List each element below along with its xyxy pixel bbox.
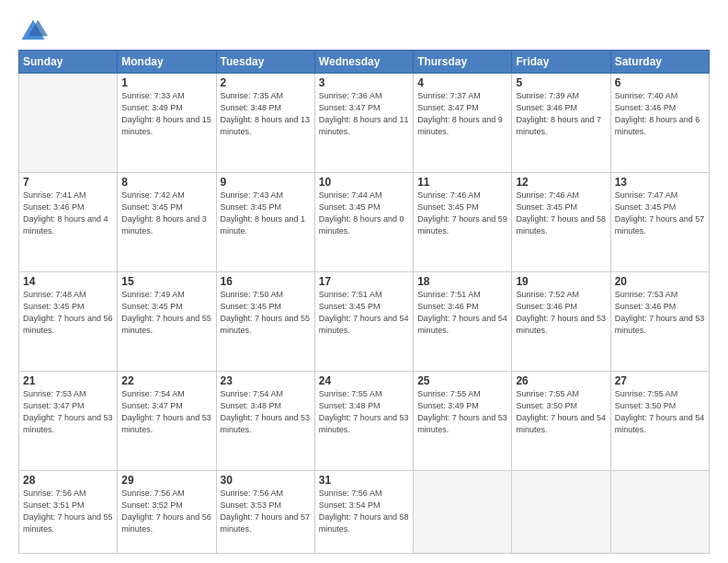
- calendar-cell: 11Sunrise: 7:46 AMSunset: 3:45 PMDayligh…: [414, 173, 512, 272]
- day-number: 20: [615, 275, 705, 288]
- calendar-cell: 5Sunrise: 7:39 AMSunset: 3:46 PMDaylight…: [512, 74, 610, 173]
- day-info: Sunrise: 7:56 AMSunset: 3:52 PMDaylight:…: [121, 488, 211, 535]
- day-info: Sunrise: 7:55 AMSunset: 3:48 PMDaylight:…: [319, 388, 409, 436]
- logo: [18, 17, 51, 46]
- calendar-cell: 10Sunrise: 7:44 AMSunset: 3:45 PMDayligh…: [314, 173, 413, 272]
- calendar-cell: 16Sunrise: 7:50 AMSunset: 3:45 PMDayligh…: [216, 272, 314, 372]
- day-info: Sunrise: 7:50 AMSunset: 3:45 PMDaylight:…: [221, 289, 311, 337]
- weekday-header-row: SundayMondayTuesdayWednesdayThursdayFrid…: [19, 51, 710, 74]
- calendar-cell: 8Sunrise: 7:42 AMSunset: 3:45 PMDaylight…: [118, 173, 216, 272]
- calendar-cell: 7Sunrise: 7:41 AMSunset: 3:46 PMDaylight…: [19, 173, 118, 272]
- calendar-cell: 19Sunrise: 7:52 AMSunset: 3:46 PMDayligh…: [512, 272, 610, 372]
- day-info: Sunrise: 7:47 AMSunset: 3:45 PMDaylight:…: [615, 190, 705, 237]
- calendar-cell: 13Sunrise: 7:47 AMSunset: 3:45 PMDayligh…: [610, 173, 709, 272]
- day-number: 5: [516, 76, 606, 89]
- day-number: 11: [417, 176, 507, 189]
- day-info: Sunrise: 7:53 AMSunset: 3:46 PMDaylight:…: [615, 289, 705, 337]
- week-row-5: 28Sunrise: 7:56 AMSunset: 3:51 PMDayligh…: [19, 471, 710, 554]
- day-number: 31: [319, 474, 409, 487]
- weekday-header-wednesday: Wednesday: [314, 51, 413, 74]
- day-number: 22: [121, 374, 211, 387]
- page: SundayMondayTuesdayWednesdayThursdayFrid…: [0, 0, 728, 563]
- week-row-3: 14Sunrise: 7:48 AMSunset: 3:45 PMDayligh…: [19, 272, 710, 372]
- day-info: Sunrise: 7:41 AMSunset: 3:46 PMDaylight:…: [23, 190, 113, 237]
- calendar-cell: 30Sunrise: 7:56 AMSunset: 3:53 PMDayligh…: [216, 471, 314, 554]
- header: [18, 17, 710, 46]
- day-number: 26: [516, 374, 606, 387]
- calendar-cell: 6Sunrise: 7:40 AMSunset: 3:46 PMDaylight…: [610, 74, 709, 173]
- day-number: 8: [121, 176, 211, 189]
- day-number: 6: [615, 76, 705, 89]
- calendar-cell: 15Sunrise: 7:49 AMSunset: 3:45 PMDayligh…: [118, 272, 216, 372]
- calendar-cell: [610, 471, 709, 554]
- day-info: Sunrise: 7:35 AMSunset: 3:48 PMDaylight:…: [221, 90, 311, 138]
- day-info: Sunrise: 7:37 AMSunset: 3:47 PMDaylight:…: [417, 90, 507, 138]
- day-info: Sunrise: 7:55 AMSunset: 3:50 PMDaylight:…: [615, 388, 705, 436]
- calendar-cell: 27Sunrise: 7:55 AMSunset: 3:50 PMDayligh…: [610, 372, 709, 471]
- day-info: Sunrise: 7:52 AMSunset: 3:46 PMDaylight:…: [516, 289, 606, 337]
- day-number: 29: [121, 474, 211, 487]
- day-number: 9: [221, 176, 311, 189]
- week-row-4: 21Sunrise: 7:53 AMSunset: 3:47 PMDayligh…: [19, 372, 710, 471]
- day-info: Sunrise: 7:56 AMSunset: 3:53 PMDaylight:…: [221, 488, 311, 535]
- day-info: Sunrise: 7:49 AMSunset: 3:45 PMDaylight:…: [121, 289, 211, 337]
- calendar-cell: 28Sunrise: 7:56 AMSunset: 3:51 PMDayligh…: [19, 471, 118, 554]
- day-number: 2: [221, 76, 311, 89]
- day-number: 27: [615, 374, 705, 387]
- day-number: 30: [221, 474, 311, 487]
- day-number: 17: [319, 275, 409, 288]
- calendar-cell: 29Sunrise: 7:56 AMSunset: 3:52 PMDayligh…: [118, 471, 216, 554]
- calendar-cell: 31Sunrise: 7:56 AMSunset: 3:54 PMDayligh…: [314, 471, 413, 554]
- calendar-cell: 22Sunrise: 7:54 AMSunset: 3:47 PMDayligh…: [118, 372, 216, 471]
- day-number: 23: [221, 374, 311, 387]
- day-number: 14: [23, 275, 113, 288]
- day-info: Sunrise: 7:55 AMSunset: 3:50 PMDaylight:…: [516, 388, 606, 436]
- calendar-cell: 14Sunrise: 7:48 AMSunset: 3:45 PMDayligh…: [19, 272, 118, 372]
- calendar-table: SundayMondayTuesdayWednesdayThursdayFrid…: [18, 50, 710, 554]
- weekday-header-thursday: Thursday: [414, 51, 512, 74]
- calendar-cell: [19, 74, 118, 173]
- day-info: Sunrise: 7:51 AMSunset: 3:46 PMDaylight:…: [417, 289, 507, 337]
- week-row-2: 7Sunrise: 7:41 AMSunset: 3:46 PMDaylight…: [19, 173, 710, 272]
- day-number: 13: [615, 176, 705, 189]
- calendar-cell: 17Sunrise: 7:51 AMSunset: 3:45 PMDayligh…: [314, 272, 413, 372]
- day-info: Sunrise: 7:44 AMSunset: 3:45 PMDaylight:…: [319, 190, 409, 237]
- calendar-cell: 21Sunrise: 7:53 AMSunset: 3:47 PMDayligh…: [19, 372, 118, 471]
- calendar-cell: 3Sunrise: 7:36 AMSunset: 3:47 PMDaylight…: [314, 74, 413, 173]
- weekday-header-tuesday: Tuesday: [216, 51, 314, 74]
- day-info: Sunrise: 7:46 AMSunset: 3:45 PMDaylight:…: [417, 190, 507, 237]
- week-row-1: 1Sunrise: 7:33 AMSunset: 3:49 PMDaylight…: [19, 74, 710, 173]
- day-info: Sunrise: 7:46 AMSunset: 3:45 PMDaylight:…: [516, 190, 606, 237]
- day-number: 24: [319, 374, 409, 387]
- calendar-cell: 2Sunrise: 7:35 AMSunset: 3:48 PMDaylight…: [216, 74, 314, 173]
- day-info: Sunrise: 7:54 AMSunset: 3:48 PMDaylight:…: [221, 388, 311, 436]
- day-info: Sunrise: 7:55 AMSunset: 3:49 PMDaylight:…: [417, 388, 507, 436]
- day-number: 4: [417, 76, 507, 89]
- calendar-cell: 26Sunrise: 7:55 AMSunset: 3:50 PMDayligh…: [512, 372, 610, 471]
- calendar-cell: 4Sunrise: 7:37 AMSunset: 3:47 PMDaylight…: [414, 74, 512, 173]
- weekday-header-friday: Friday: [512, 51, 610, 74]
- day-number: 3: [319, 76, 409, 89]
- day-number: 15: [121, 275, 211, 288]
- day-info: Sunrise: 7:36 AMSunset: 3:47 PMDaylight:…: [319, 90, 409, 138]
- day-info: Sunrise: 7:40 AMSunset: 3:46 PMDaylight:…: [615, 90, 705, 138]
- day-info: Sunrise: 7:39 AMSunset: 3:46 PMDaylight:…: [516, 90, 606, 138]
- day-info: Sunrise: 7:54 AMSunset: 3:47 PMDaylight:…: [121, 388, 211, 436]
- calendar-cell: 1Sunrise: 7:33 AMSunset: 3:49 PMDaylight…: [118, 74, 216, 173]
- day-info: Sunrise: 7:48 AMSunset: 3:45 PMDaylight:…: [23, 289, 113, 337]
- day-number: 19: [516, 275, 606, 288]
- weekday-header-saturday: Saturday: [610, 51, 709, 74]
- calendar-cell: 9Sunrise: 7:43 AMSunset: 3:45 PMDaylight…: [216, 173, 314, 272]
- day-info: Sunrise: 7:56 AMSunset: 3:54 PMDaylight:…: [319, 488, 409, 535]
- day-number: 12: [516, 176, 606, 189]
- day-number: 10: [319, 176, 409, 189]
- calendar-cell: 18Sunrise: 7:51 AMSunset: 3:46 PMDayligh…: [414, 272, 512, 372]
- day-number: 1: [121, 76, 211, 89]
- day-info: Sunrise: 7:43 AMSunset: 3:45 PMDaylight:…: [221, 190, 311, 237]
- day-info: Sunrise: 7:51 AMSunset: 3:45 PMDaylight:…: [319, 289, 409, 337]
- calendar-cell: 20Sunrise: 7:53 AMSunset: 3:46 PMDayligh…: [610, 272, 709, 372]
- day-info: Sunrise: 7:42 AMSunset: 3:45 PMDaylight:…: [121, 190, 211, 237]
- day-number: 16: [221, 275, 311, 288]
- calendar-cell: [414, 471, 512, 554]
- calendar-cell: 24Sunrise: 7:55 AMSunset: 3:48 PMDayligh…: [314, 372, 413, 471]
